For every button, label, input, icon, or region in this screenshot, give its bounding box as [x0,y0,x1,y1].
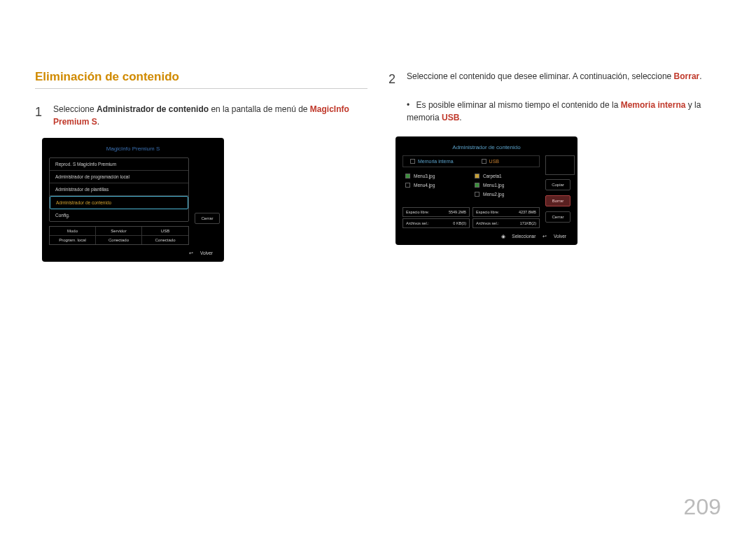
text: . [97,117,99,127]
selection-info-row: Archivos sel.:0 KB(0) Archivos sel.:171K… [402,218,540,228]
text: . [699,71,701,81]
list-item[interactable]: Menu4.jpg [404,181,469,190]
grid-cell: Program. local [50,236,96,244]
info-cell: Espacio libre:5549.2MB [402,207,470,217]
list-item[interactable]: Menu3.jpg [404,171,469,181]
storage-tabs: Memoria interna USB [402,155,540,167]
step-number: 1 [35,103,45,128]
screenshot-content-manager: Administrador de contenido Memoria inter… [396,136,578,245]
window-title: MagicInfo Premium S [46,142,220,155]
section-heading: Eliminación de contenido [35,70,368,89]
text: . [459,113,461,122]
list-item[interactable]: Menu1.jpg [473,181,538,190]
status-grid: Modo Servidor USB Program. local Conecta… [49,226,189,245]
info-cell: Archivos sel.:171KB(2) [472,218,540,228]
step-1: 1 Seleccione Administrador de contenido … [35,103,368,128]
file-name: Carpeta1 [483,174,502,178]
file-lists: Menu3.jpg Menu4.jpg Carpeta1 Menu1.jpg M… [400,169,542,206]
folder-icon [475,174,479,178]
page-number: 209 [684,494,721,520]
step-2-note: • Es posible eliminar al mismo tiempo el… [407,99,721,124]
list-item[interactable]: Menu2.jpg [473,190,538,199]
highlight-text: USB [442,113,459,122]
tab-internal-memory[interactable]: Memoria interna [410,159,454,164]
grid-header: USB [142,227,188,236]
close-button[interactable]: Cerrar [545,211,570,223]
checkbox-icon [475,192,479,197]
menu-item-selected[interactable]: Administrador de contenido [50,196,188,209]
text: Es posible eliminar al mismo tiempo el c… [416,100,621,110]
menu-item[interactable]: Config. [50,209,188,221]
return-icon: ↩ [189,251,193,255]
menu-item[interactable]: Reprod. S MagicInfo Premium [50,158,188,171]
text: en la pantalla de menú de [209,104,310,114]
usb-file-list: Carpeta1 Menu1.jpg Menu2.jpg [473,171,538,199]
preview-box [545,155,575,175]
info-cell: Archivos sel.:0 KB(0) [402,218,470,228]
step-2-text: Seleccione el contenido que desee elimin… [407,70,702,89]
tab-label: USB [489,159,499,164]
highlight-text: Memoria interna [621,100,686,110]
grid-cell: Conectado [142,236,188,244]
delete-button[interactable]: Borrar [545,195,570,206]
internal-file-list: Menu3.jpg Menu4.jpg [404,171,469,199]
copy-button[interactable]: Copiar [545,179,570,190]
checkbox-icon [482,159,486,164]
file-name: Menu3.jpg [414,174,435,178]
bold-text: Administrador de contenido [97,104,209,114]
grid-header: Modo [50,227,96,236]
return-label: Volver [200,251,213,255]
checkbox-icon [405,183,410,188]
step-number: 2 [388,70,398,89]
grid-header: Servidor [96,227,142,236]
step-2: 2 Seleccione el contenido que desee elim… [388,70,721,89]
grid-cell: Conectado [96,236,142,244]
checkbox-icon [410,159,415,164]
footer-bar: ↩ Volver [46,246,220,258]
close-button[interactable]: Cerrar [195,213,220,224]
window-title: Administrador de contenido [400,141,573,154]
menu-item[interactable]: Administrador de plantillas [50,183,188,196]
text: Seleccione el contenido que desee elimin… [407,71,674,81]
info-cell: Espacio libre:4237.8MB [472,207,540,217]
footer-bar: ◉ Seleccionar ↩ Volver [400,230,573,241]
list-item[interactable]: Carpeta1 [473,171,538,181]
checkbox-checked-icon [475,183,479,188]
step-1-text: Seleccione Administrador de contenido en… [53,103,368,128]
menu-list: Reprod. S MagicInfo Premium Administrado… [49,157,189,222]
screenshot-menu-magicinfo: MagicInfo Premium S Reprod. S MagicInfo … [42,138,224,262]
tab-label: Memoria interna [418,159,454,164]
storage-info-row: Espacio libre:5549.2MB Espacio libre:423… [402,207,540,217]
file-name: Menu2.jpg [483,192,504,197]
checkbox-checked-icon [405,174,410,178]
tab-usb[interactable]: USB [482,159,499,164]
select-icon: ◉ [501,234,505,239]
bullet-icon: • [407,100,410,110]
file-name: Menu1.jpg [483,183,504,188]
select-label: Seleccionar [512,234,536,239]
highlight-text: Borrar [674,71,700,81]
return-label: Volver [554,234,566,239]
file-name: Menu4.jpg [414,183,435,188]
return-icon: ↩ [542,234,547,239]
menu-item[interactable]: Administrador de programación local [50,171,188,183]
text: Seleccione [53,104,97,114]
